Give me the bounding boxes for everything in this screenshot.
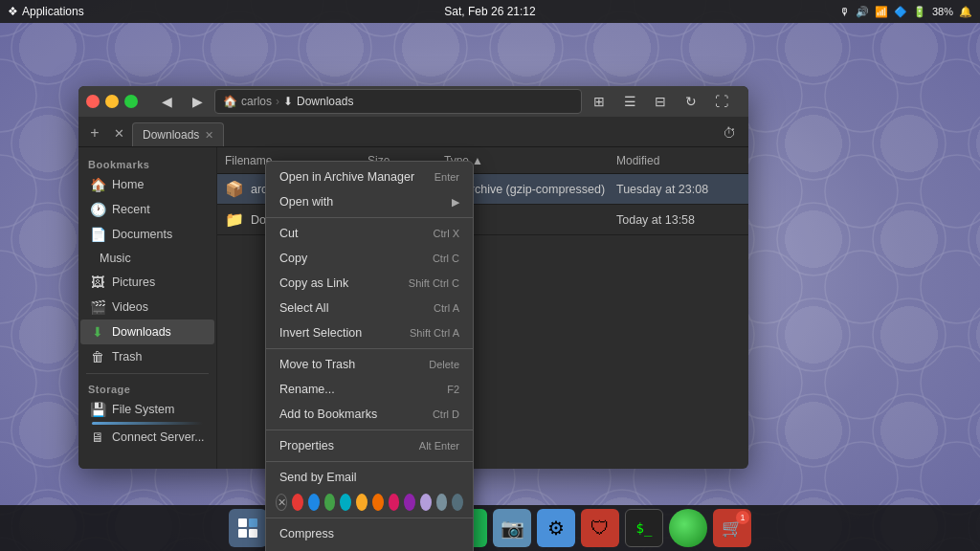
- cm-add-bookmark[interactable]: Add to Bookmarks Ctrl D: [268, 402, 471, 427]
- color-dot-pink[interactable]: [389, 494, 400, 511]
- back-button[interactable]: ◀: [153, 88, 180, 115]
- sidebar-item-documents[interactable]: 📄 Documents: [80, 222, 214, 247]
- cm-extract-here[interactable]: Extract Here: [268, 546, 471, 551]
- storage-label: Storage: [78, 378, 216, 397]
- refresh-button[interactable]: ↻: [678, 88, 704, 115]
- color-dot-teal[interactable]: [340, 494, 351, 511]
- home-icon: 🏠: [223, 95, 237, 108]
- new-tab-button[interactable]: +: [84, 122, 105, 143]
- pictures-sidebar-icon: 🖼: [90, 275, 105, 290]
- cm-move-trash[interactable]: Move to Trash Delete: [268, 352, 471, 377]
- sidebar-item-pictures[interactable]: 🖼 Pictures: [80, 270, 214, 295]
- sidebar-item-filesystem[interactable]: 💾 File System: [80, 397, 214, 422]
- sidebar-item-home[interactable]: 🏠 Home: [80, 172, 214, 197]
- workspaces-icon: [236, 517, 259, 540]
- history-button[interactable]: ⏱: [716, 120, 743, 146]
- color-dot-lavender[interactable]: [420, 494, 432, 511]
- cm-select-all-shortcut: Ctrl A: [434, 302, 459, 314]
- color-dot-yellow[interactable]: [356, 494, 368, 511]
- cm-open-archive[interactable]: Open in Archive Manager Enter: [268, 165, 471, 189]
- recent-sidebar-icon: 🕐: [90, 202, 105, 217]
- topbar-datetime: Sat, Feb 26 21:12: [444, 5, 535, 18]
- col-modified[interactable]: Modified: [616, 154, 741, 167]
- file-modified: Today at 13:58: [616, 213, 741, 227]
- columns-view-button[interactable]: ⊟: [647, 88, 674, 115]
- color-dot-gray[interactable]: [436, 494, 448, 511]
- dock-photos[interactable]: 📷: [493, 509, 531, 547]
- cm-select-all[interactable]: Select All Ctrl A: [268, 296, 471, 320]
- color-dot-purple[interactable]: [404, 494, 415, 511]
- sidebar-recent-label: Recent: [112, 203, 150, 216]
- cm-open-with[interactable]: Open with ▶: [268, 189, 471, 214]
- cm-copy-label: Copy: [279, 252, 307, 265]
- dock-antivirus[interactable]: 🛡: [581, 509, 619, 547]
- cm-compress[interactable]: Compress: [268, 521, 471, 546]
- maximize-button[interactable]: [124, 95, 138, 108]
- list-view-button[interactable]: ☰: [616, 88, 643, 115]
- videos-sidebar-icon: 🎬: [90, 299, 105, 315]
- file-icon: 📁: [225, 210, 244, 229]
- close-tab-button[interactable]: ✕: [105, 120, 132, 146]
- cm-copy-link-label: Copy as Link: [279, 276, 348, 290]
- dock-settings[interactable]: ⚙: [537, 509, 575, 547]
- color-dot-blue[interactable]: [308, 494, 320, 511]
- cm-open-with-arrow: ▶: [452, 196, 459, 209]
- color-dot-red[interactable]: [292, 494, 303, 511]
- cm-invert-selection[interactable]: Invert Selection Shift Ctrl A: [268, 320, 471, 345]
- dock-workspaces[interactable]: [229, 509, 267, 547]
- tab-downloads[interactable]: Downloads ✕: [132, 122, 224, 146]
- dock-orb[interactable]: [669, 509, 707, 547]
- sidebar-videos-label: Videos: [112, 300, 148, 314]
- cm-send-email-label: Send by Email: [279, 471, 357, 484]
- store-badge: 1: [736, 511, 749, 524]
- grid-view-button[interactable]: ⊞: [586, 88, 612, 115]
- sidebar-divider: [86, 373, 209, 374]
- forward-button[interactable]: ▶: [184, 88, 211, 115]
- dock-terminal[interactable]: $_: [625, 509, 663, 547]
- svg-rect-7: [249, 518, 257, 527]
- minimize-button[interactable]: [105, 95, 119, 108]
- photos-icon: 📷: [501, 517, 524, 540]
- apps-menu[interactable]: Applications: [22, 5, 84, 18]
- topbar-right: 🎙 🔊 📶 🔷 🔋 38% 🔔: [839, 6, 972, 18]
- fullscreen-button[interactable]: ⛶: [708, 88, 735, 115]
- sidebar-item-videos[interactable]: 🎬 Videos: [80, 295, 214, 320]
- sidebar-item-trash[interactable]: 🗑 Trash: [80, 344, 214, 369]
- close-button[interactable]: [86, 95, 100, 108]
- color-dot-dark[interactable]: [452, 494, 463, 511]
- sidebar-item-music[interactable]: Music: [80, 247, 214, 270]
- speaker-icon: 🔊: [856, 6, 869, 18]
- sidebar-item-downloads[interactable]: ⬇ Downloads: [80, 320, 214, 344]
- cm-send-email[interactable]: Send by Email: [268, 465, 471, 490]
- cm-compress-label: Compress: [279, 527, 334, 540]
- cm-add-bookmark-label: Add to Bookmarks: [279, 408, 377, 421]
- tab-close-icon[interactable]: ✕: [205, 129, 213, 142]
- cm-cut[interactable]: Cut Ctrl X: [268, 221, 471, 246]
- cm-properties-label: Properties: [279, 439, 334, 452]
- bluetooth-icon: 🔷: [894, 6, 907, 18]
- cm-rename[interactable]: Rename... F2: [268, 377, 471, 402]
- battery-icon: 🔋: [913, 6, 926, 18]
- toolbar: ◀ ▶ 🏠 carlos › ⬇ Downloads ⊞ ☰ ⊟ ↻ ⛶: [147, 86, 741, 120]
- cm-rename-label: Rename...: [279, 383, 335, 396]
- color-dot-orange[interactable]: [372, 494, 384, 511]
- bookmarks-label: Bookmarks: [78, 153, 216, 172]
- cm-invert-selection-shortcut: Shift Ctrl A: [410, 327, 459, 339]
- cm-properties[interactable]: Properties Alt Enter: [268, 433, 471, 458]
- dock-store[interactable]: 🛒 1: [713, 509, 751, 547]
- tab-label: Downloads: [143, 128, 199, 142]
- color-dot-green[interactable]: [324, 494, 336, 511]
- topbar-left: ❖ Applications: [8, 5, 84, 18]
- address-bar[interactable]: 🏠 carlos › ⬇ Downloads: [214, 89, 582, 114]
- cm-copy[interactable]: Copy Ctrl C: [268, 246, 471, 271]
- cm-separator-3: [266, 430, 473, 430]
- titlebar: ◀ ▶ 🏠 carlos › ⬇ Downloads ⊞ ☰ ⊟ ↻ ⛶: [78, 86, 748, 117]
- color-clear-button[interactable]: ✕: [276, 494, 287, 511]
- sidebar-item-recent[interactable]: 🕐 Recent: [80, 197, 214, 222]
- context-menu: Open in Archive Manager Enter Open with …: [265, 161, 474, 551]
- cm-copy-link[interactable]: Copy as Link Shift Ctrl C: [268, 271, 471, 296]
- sidebar-item-connect[interactable]: 🖥 Connect Server...: [80, 425, 214, 450]
- cm-properties-shortcut: Alt Enter: [419, 440, 459, 452]
- sidebar-documents-label: Documents: [112, 228, 172, 241]
- cm-separator-2: [266, 348, 473, 349]
